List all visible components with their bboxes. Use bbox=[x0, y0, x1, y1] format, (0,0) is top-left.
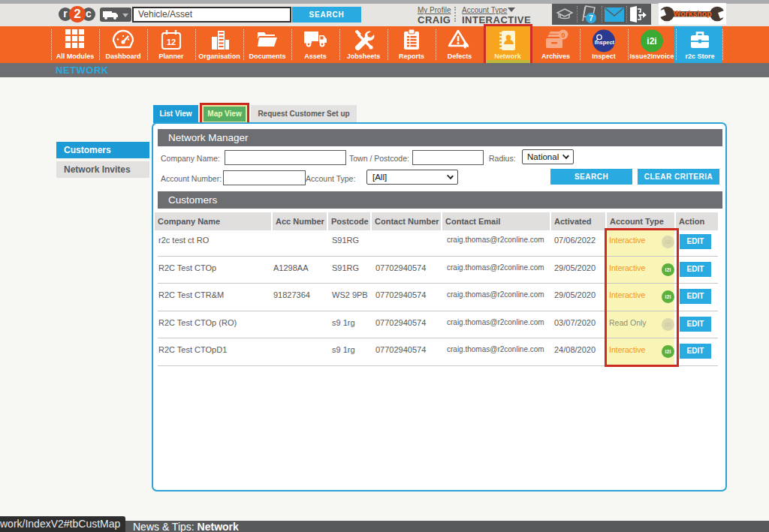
svg-text:7: 7 bbox=[589, 14, 593, 23]
svg-text:12: 12 bbox=[167, 38, 176, 47]
svg-text:Workshop: Workshop bbox=[673, 9, 711, 18]
svg-text:i2i: i2i bbox=[647, 36, 656, 47]
svg-text:0: 0 bbox=[561, 32, 565, 39]
svg-text:Inspect: Inspect bbox=[595, 39, 615, 46]
